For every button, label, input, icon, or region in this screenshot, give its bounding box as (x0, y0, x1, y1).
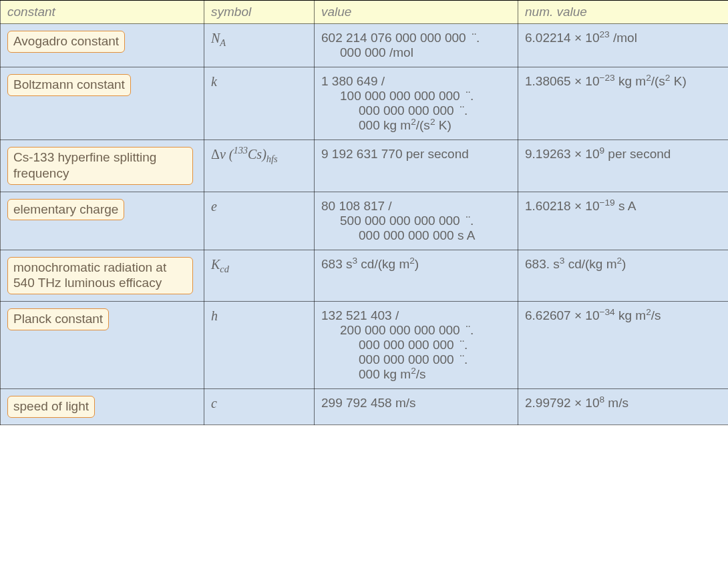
constant-cell: Avogadro constant (1, 24, 204, 67)
symbol-cell: Δν (133Cs)hfs (204, 140, 315, 192)
value-cell: 299 792 458 m/s (315, 389, 518, 425)
table-row: Boltzmann constant k 1 380 649 /100 000 … (1, 67, 729, 140)
constant-pill[interactable]: Avogadro constant (7, 31, 125, 53)
value-cell: 9 192 631 770 per second (315, 140, 518, 192)
value-cell: 132 521 403 /200 000 000 000 000 ¨.000 0… (315, 302, 518, 389)
value-cell: 602 214 076 000 000 000 ¨.000 000 /mol (315, 24, 518, 67)
constant-cell: speed of light (1, 389, 204, 425)
constant-pill[interactable]: speed of light (7, 396, 95, 418)
symbol-cell: NA (204, 24, 315, 67)
table-row: monochromatic radiation at 540 THz lumin… (1, 250, 729, 302)
constant-pill[interactable]: Boltzmann constant (7, 74, 131, 96)
symbol-cell: h (204, 302, 315, 389)
constant-cell: monochromatic radiation at 540 THz lumin… (1, 250, 204, 302)
table-header-row: constant symbol value num. value (1, 1, 729, 24)
value-cell: 683 s3 cd/(kg m2) (315, 250, 518, 302)
numvalue-cell: 9.19263 × 109 per second (518, 140, 729, 192)
numvalue-cell: 6.02214 × 1023 /mol (518, 24, 729, 67)
constant-pill[interactable]: monochromatic radiation at 540 THz lumin… (7, 257, 193, 295)
numvalue-cell: 6.62607 × 10−34 kg m2/s (518, 302, 729, 389)
table-row: elementary charge e 80 108 817 /500 000 … (1, 192, 729, 250)
constant-cell: Boltzmann constant (1, 67, 204, 140)
constant-pill[interactable]: Cs-133 hyperfine splitting frequency (7, 147, 193, 185)
numvalue-cell: 2.99792 × 108 m/s (518, 389, 729, 425)
numvalue-cell: 683. s3 cd/(kg m2) (518, 250, 729, 302)
constant-cell: Cs-133 hyperfine splitting frequency (1, 140, 204, 192)
symbol-cell: Kcd (204, 250, 315, 302)
symbol-cell: e (204, 192, 315, 250)
table-row: Cs-133 hyperfine splitting frequency Δν … (1, 140, 729, 192)
value-cell: 1 380 649 /100 000 000 000 000 ¨.000 000… (315, 67, 518, 140)
table-body: Avogadro constant NA 602 214 076 000 000… (1, 24, 729, 425)
col-symbol: symbol (204, 1, 315, 24)
constant-pill[interactable]: Planck constant (7, 308, 109, 330)
constant-cell: Planck constant (1, 302, 204, 389)
col-value: value (315, 1, 518, 24)
col-constant: constant (1, 1, 204, 24)
col-numvalue: num. value (518, 1, 729, 24)
symbol-cell: c (204, 389, 315, 425)
numvalue-cell: 1.60218 × 10−19 s A (518, 192, 729, 250)
table-row: Avogadro constant NA 602 214 076 000 000… (1, 24, 729, 67)
constant-cell: elementary charge (1, 192, 204, 250)
value-cell: 80 108 817 /500 000 000 000 000 ¨.000 00… (315, 192, 518, 250)
numvalue-cell: 1.38065 × 10−23 kg m2/(s2 K) (518, 67, 729, 140)
table-row: Planck constant h 132 521 403 /200 000 0… (1, 302, 729, 389)
symbol-cell: k (204, 67, 315, 140)
table-row: speed of light c 299 792 458 m/s 2.99792… (1, 389, 729, 425)
constant-pill[interactable]: elementary charge (7, 199, 124, 221)
constants-table: constant symbol value num. value Avogadr… (0, 0, 728, 425)
